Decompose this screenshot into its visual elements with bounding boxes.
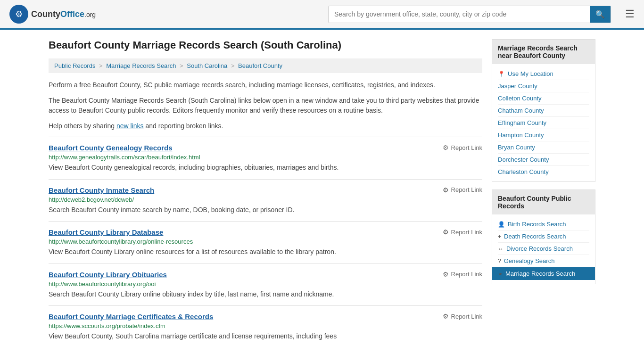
nearby-item-5[interactable]: Hampton County — [498, 129, 589, 141]
nearby-link-3[interactable]: Chatham County — [498, 107, 544, 114]
nearby-link-0[interactable]: Use My Location — [508, 70, 553, 77]
record-item: Beaufort County Genealogy Records ⚙ Repo… — [49, 137, 482, 179]
public-icon-2: ↔ — [498, 246, 504, 252]
breadcrumb-sep2: > — [180, 62, 185, 69]
public-item-1[interactable]: +Death Records Search — [498, 230, 589, 243]
main-container: Beaufort County Marriage Records Search … — [39, 30, 605, 357]
report-icon-3: ⚙ — [443, 271, 449, 278]
nearby-item-0[interactable]: 📍Use My Location — [498, 68, 589, 80]
record-desc-4: View Beaufort County, South Carolina mar… — [49, 332, 482, 341]
record-item: Beaufort County Marriage Certificates & … — [49, 305, 482, 348]
sidebar: Marriage Records Search near Beaufort Co… — [492, 39, 595, 348]
nearby-link-2[interactable]: Colleton County — [498, 95, 542, 102]
breadcrumb-south-carolina[interactable]: South Carolina — [187, 62, 227, 69]
nearby-item-3[interactable]: Chatham County — [498, 105, 589, 117]
record-item-header-1: Beaufort County Inmate Search ⚙ Report L… — [49, 186, 482, 194]
report-link-2[interactable]: ⚙ Report Link — [443, 228, 482, 236]
nearby-link-1[interactable]: Jasper County — [498, 82, 537, 90]
breadcrumb-public-records[interactable]: Public Records — [54, 62, 95, 69]
report-link-1[interactable]: ⚙ Report Link — [443, 186, 482, 194]
report-link-3[interactable]: ⚙ Report Link — [443, 271, 482, 278]
nearby-body: 📍Use My LocationJasper CountyColleton Co… — [492, 64, 595, 181]
report-icon-4: ⚙ — [443, 313, 449, 320]
public-link-0[interactable]: Birth Records Search — [508, 221, 566, 228]
breadcrumb: Public Records > Marriage Records Search… — [49, 58, 482, 73]
logo-icon: ⚙ — [9, 5, 28, 24]
public-link-3[interactable]: Genealogy Search — [504, 257, 555, 264]
record-desc-1: Search Beaufort County inmate search by … — [49, 206, 482, 215]
record-url-4[interactable]: https://www.sccourts.org/probate/index.c… — [49, 322, 482, 329]
public-item-4[interactable]: ⚭Marriage Records Search — [492, 267, 595, 280]
nearby-link-5[interactable]: Hampton County — [498, 132, 544, 139]
nearby-link-7[interactable]: Dorchester County — [498, 156, 549, 163]
nearby-header: Marriage Records Search near Beaufort Co… — [492, 40, 595, 64]
record-item: Beaufort County Library Obituaries ⚙ Rep… — [49, 263, 482, 306]
record-item-header-0: Beaufort County Genealogy Records ⚙ Repo… — [49, 144, 482, 152]
search-button[interactable]: 🔍 — [590, 6, 611, 23]
public-records-body: 👤Birth Records Search+Death Records Sear… — [492, 214, 595, 284]
header: ⚙ CountyOffice.org 🔍 ☰ — [0, 0, 644, 30]
record-url-1[interactable]: http://dcweb2.bcgov.net/dcweb/ — [49, 196, 482, 203]
breadcrumb-sep1: > — [99, 62, 104, 69]
record-title-4[interactable]: Beaufort County Marriage Certificates & … — [49, 313, 213, 321]
nearby-link-6[interactable]: Bryan County — [498, 144, 535, 151]
public-item-2[interactable]: ↔Divorce Records Search — [498, 243, 589, 255]
nearby-icon-0: 📍 — [498, 71, 505, 77]
breadcrumb-marriage-records[interactable]: Marriage Records Search — [106, 62, 176, 69]
nearby-section: Marriage Records Search near Beaufort Co… — [492, 39, 595, 182]
record-url-0[interactable]: http://www.genealogytrails.com/scar/beau… — [49, 154, 482, 161]
nearby-item-6[interactable]: Bryan County — [498, 141, 589, 154]
new-links-link[interactable]: new links — [116, 122, 144, 130]
description-1: Perform a free Beaufort County, SC publi… — [49, 80, 482, 90]
record-item: Beaufort County Inmate Search ⚙ Report L… — [49, 179, 482, 222]
description-3: Help others by sharing new links and rep… — [49, 121, 482, 131]
record-url-2[interactable]: http://www.beaufortcountylibrary.org/onl… — [49, 238, 482, 245]
menu-icon[interactable]: ☰ — [625, 8, 635, 20]
search-container: 🔍 — [328, 6, 611, 23]
content-area: Beaufort County Marriage Records Search … — [49, 39, 482, 348]
logo-text: CountyOffice.org — [31, 9, 96, 19]
records-list: Beaufort County Genealogy Records ⚙ Repo… — [49, 137, 482, 348]
nearby-item-4[interactable]: Effingham County — [498, 117, 589, 129]
report-link-4[interactable]: ⚙ Report Link — [443, 313, 482, 320]
nearby-link-8[interactable]: Charleston County — [498, 168, 549, 175]
record-title-2[interactable]: Beaufort County Library Database — [49, 228, 163, 236]
public-icon-1: + — [498, 233, 501, 240]
nearby-item-2[interactable]: Colleton County — [498, 92, 589, 105]
nearby-item-7[interactable]: Dorchester County — [498, 154, 589, 166]
breadcrumb-sep3: > — [231, 62, 236, 69]
search-input[interactable] — [329, 7, 590, 22]
record-title-0[interactable]: Beaufort County Genealogy Records — [49, 144, 173, 152]
public-icon-4: ⚭ — [498, 271, 503, 277]
record-desc-2: View Beaufort County Library online reso… — [49, 247, 482, 257]
logo-link[interactable]: ⚙ CountyOffice.org — [9, 5, 96, 24]
public-icon-3: ? — [498, 258, 501, 264]
record-item: Beaufort County Library Database ⚙ Repor… — [49, 221, 482, 263]
public-item-3[interactable]: ?Genealogy Search — [498, 255, 589, 267]
public-link-1[interactable]: Death Records Search — [504, 233, 566, 240]
breadcrumb-beaufort-county[interactable]: Beaufort County — [238, 62, 282, 69]
nearby-item-8[interactable]: Charleston County — [498, 166, 589, 178]
public-link-4[interactable]: Marriage Records Search — [505, 270, 575, 277]
public-records-header: Beaufort County Public Records — [492, 190, 595, 214]
report-icon-2: ⚙ — [443, 228, 449, 236]
page-title: Beaufort County Marriage Records Search … — [49, 39, 482, 51]
report-icon-0: ⚙ — [443, 144, 449, 151]
nearby-item-1[interactable]: Jasper County — [498, 80, 589, 92]
record-title-1[interactable]: Beaufort County Inmate Search — [49, 186, 154, 194]
record-item-header-3: Beaufort County Library Obituaries ⚙ Rep… — [49, 271, 482, 279]
record-desc-3: Search Beaufort County Library online ob… — [49, 290, 482, 299]
record-url-3[interactable]: http://www.beaufortcountylibrary.org/ooi — [49, 280, 482, 288]
record-item-header-2: Beaufort County Library Database ⚙ Repor… — [49, 228, 482, 236]
public-records-section: Beaufort County Public Records 👤Birth Re… — [492, 189, 595, 284]
record-item-header-4: Beaufort County Marriage Certificates & … — [49, 313, 482, 321]
report-icon-1: ⚙ — [443, 186, 449, 194]
description-2: The Beaufort County Marriage Records Sea… — [49, 96, 482, 115]
report-link-0[interactable]: ⚙ Report Link — [443, 144, 482, 151]
public-item-0[interactable]: 👤Birth Records Search — [498, 218, 589, 230]
record-title-3[interactable]: Beaufort County Library Obituaries — [49, 271, 167, 279]
public-link-2[interactable]: Divorce Records Search — [506, 245, 573, 252]
record-desc-0: View Beaufort County genealogical record… — [49, 163, 482, 173]
nearby-link-4[interactable]: Effingham County — [498, 119, 546, 126]
public-icon-0: 👤 — [498, 221, 505, 228]
